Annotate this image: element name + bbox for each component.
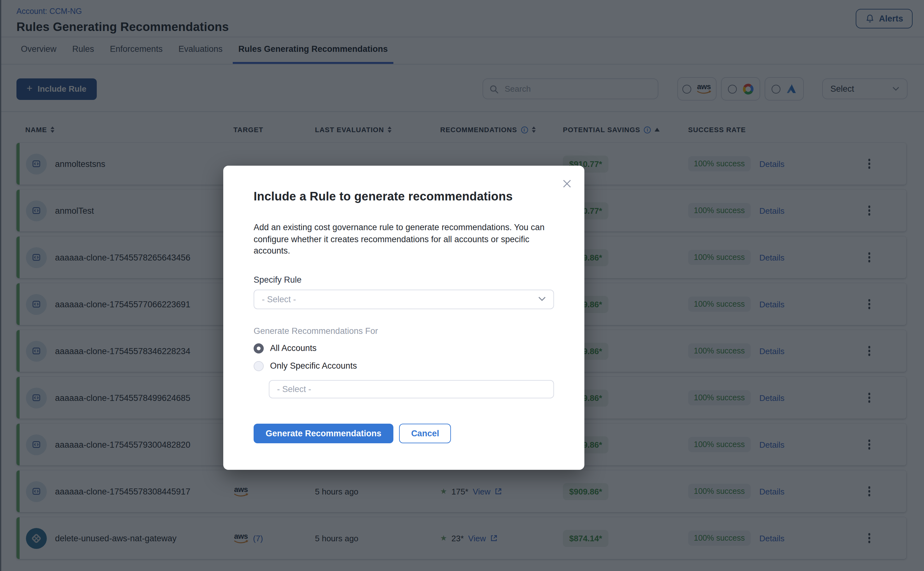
rule-select-placeholder: - Select -: [262, 294, 296, 304]
radio-selected-icon: [254, 343, 264, 353]
accounts-select-dropdown[interactable]: - Select -: [269, 380, 554, 398]
page: Account: CCM-NG Rules Generating Recomme…: [0, 0, 924, 571]
cancel-button[interactable]: Cancel: [399, 423, 451, 443]
chevron-down-icon: [538, 296, 546, 302]
only-specific-accounts-radio[interactable]: Only Specific Accounts: [254, 361, 554, 371]
generate-recommendations-button[interactable]: Generate Recommendations: [254, 423, 393, 443]
specify-rule-label: Specify Rule: [254, 275, 554, 284]
only-specific-accounts-label: Only Specific Accounts: [270, 361, 357, 370]
generate-for-label: Generate Recommendations For: [254, 326, 554, 335]
modal-description: Add an existing cost governance rule to …: [254, 222, 555, 257]
radio-unselected-icon: [254, 361, 264, 371]
all-accounts-radio[interactable]: All Accounts: [254, 343, 554, 353]
accounts-select-placeholder: - Select -: [277, 384, 311, 394]
include-rule-modal: Include a Rule to generate recommendatio…: [223, 166, 585, 470]
modal-title: Include a Rule to generate recommendatio…: [254, 190, 554, 204]
rule-select-dropdown[interactable]: - Select -: [254, 289, 554, 309]
modal-actions: Generate Recommendations Cancel: [254, 423, 554, 443]
close-icon[interactable]: [560, 177, 573, 190]
all-accounts-label: All Accounts: [270, 343, 316, 353]
